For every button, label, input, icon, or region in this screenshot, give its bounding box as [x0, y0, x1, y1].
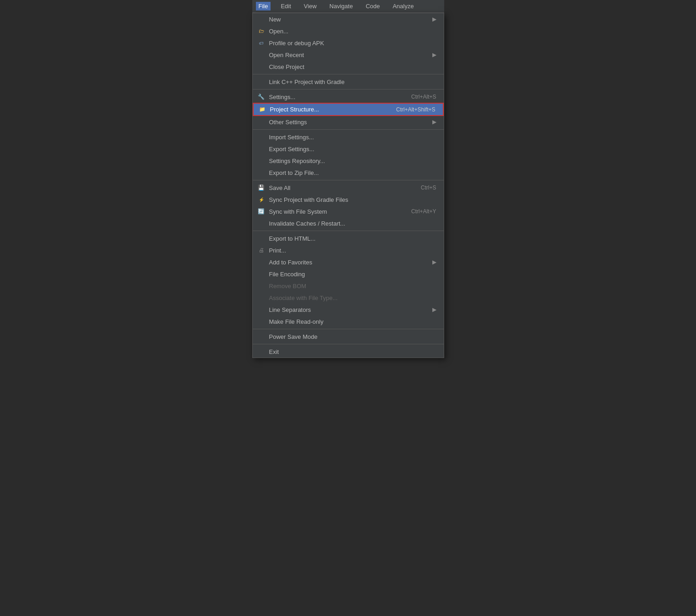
menu-container: File Edit View Navigate Code Analyze New…: [252, 0, 444, 13]
file-dropdown-menu: New ▶ 🗁 Open... 🏷 Profile or debug APK O…: [252, 13, 444, 358]
submenu-arrow-other-settings: ▶: [432, 119, 436, 125]
menu-bar-view[interactable]: View: [301, 2, 319, 11]
separator-4: [253, 180, 444, 180]
menu-bar: File Edit View Navigate Code Analyze: [252, 0, 444, 13]
menu-bar-file[interactable]: File: [256, 2, 271, 11]
menu-item-file-encoding[interactable]: File Encoding: [253, 268, 444, 280]
menu-item-new[interactable]: New ▶: [253, 13, 444, 25]
menu-item-export-zip[interactable]: Export to Zip File...: [253, 167, 444, 179]
menu-item-remove-bom[interactable]: Remove BOM: [253, 280, 444, 292]
submenu-arrow-new: ▶: [432, 16, 436, 22]
menu-item-project-structure[interactable]: 📁 Project Structure... Ctrl+Alt+Shift+S: [253, 103, 444, 116]
save-icon: 💾: [257, 184, 266, 192]
separator-6: [253, 329, 444, 329]
menu-item-import-settings[interactable]: Import Settings...: [253, 131, 444, 143]
menu-item-associate-file-type[interactable]: Associate with File Type...: [253, 292, 444, 304]
folder-icon: 🗁: [257, 27, 266, 35]
submenu-arrow-line-sep: ▶: [432, 306, 436, 313]
menu-item-open-recent[interactable]: Open Recent ▶: [253, 49, 444, 61]
sync-gradle-icon: ⚡: [257, 195, 266, 204]
menu-item-export-settings[interactable]: Export Settings...: [253, 143, 444, 155]
save-all-shortcut: Ctrl+S: [421, 184, 436, 191]
menu-item-make-readonly[interactable]: Make File Read-only: [253, 316, 444, 327]
menu-item-power-save[interactable]: Power Save Mode: [253, 331, 444, 342]
menu-item-profile-apk[interactable]: 🏷 Profile or debug APK: [253, 37, 444, 49]
menu-item-link-cpp[interactable]: Link C++ Project with Gradle: [253, 76, 444, 88]
menu-item-save-all[interactable]: 💾 Save All Ctrl+S: [253, 182, 444, 194]
menu-item-settings-repo[interactable]: Settings Repository...: [253, 155, 444, 167]
menu-item-sync-fs[interactable]: 🔄 Sync with File System Ctrl+Alt+Y: [253, 205, 444, 217]
menu-item-settings[interactable]: 🔧 Settings... Ctrl+Alt+S: [253, 91, 444, 103]
sync-icon: 🔄: [257, 207, 266, 216]
menu-item-invalidate-caches[interactable]: Invalidate Caches / Restart...: [253, 217, 444, 229]
menu-bar-navigate[interactable]: Navigate: [327, 2, 356, 11]
settings-icon: 🔧: [257, 93, 266, 101]
separator-5: [253, 231, 444, 231]
print-icon: 🖨: [257, 246, 266, 254]
project-structure-shortcut: Ctrl+Alt+Shift+S: [396, 106, 436, 113]
menu-item-print[interactable]: 🖨 Print...: [253, 244, 444, 256]
menu-item-line-separators[interactable]: Line Separators ▶: [253, 304, 444, 316]
menu-item-other-settings[interactable]: Other Settings ▶: [253, 116, 444, 128]
menu-item-sync-gradle[interactable]: ⚡ Sync Project with Gradle Files: [253, 194, 444, 205]
submenu-arrow-favorites: ▶: [432, 259, 436, 265]
submenu-arrow-recent: ▶: [432, 52, 436, 58]
separator-7: [253, 344, 444, 344]
project-structure-icon: 📁: [258, 105, 266, 114]
separator-2: [253, 89, 444, 90]
menu-bar-edit[interactable]: Edit: [278, 2, 293, 11]
menu-item-close-project[interactable]: Close Project: [253, 61, 444, 73]
menu-item-open[interactable]: 🗁 Open...: [253, 25, 444, 37]
menu-bar-code[interactable]: Code: [363, 2, 383, 11]
separator-3: [253, 129, 444, 130]
menu-item-exit[interactable]: Exit: [253, 346, 444, 358]
separator-1: [253, 74, 444, 74]
settings-shortcut: Ctrl+Alt+S: [411, 94, 436, 100]
menu-item-add-favorites[interactable]: Add to Favorites ▶: [253, 256, 444, 268]
menu-item-export-html[interactable]: Export to HTML...: [253, 232, 444, 244]
menu-bar-analyze[interactable]: Analyze: [390, 2, 416, 11]
sync-fs-shortcut: Ctrl+Alt+Y: [411, 208, 436, 215]
profile-icon: 🏷: [257, 39, 266, 47]
